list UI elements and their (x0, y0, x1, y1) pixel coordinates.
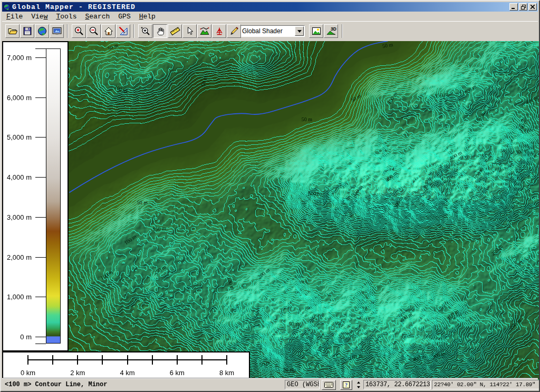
restore-button[interactable] (519, 3, 527, 11)
legend-label: 3,000 m (7, 213, 32, 221)
select-tool-icon (185, 26, 195, 36)
map-view[interactable] (69, 41, 540, 380)
legend-label: 1,000 m (7, 293, 32, 301)
zoom-in-button[interactable] (72, 24, 86, 38)
screen-capture-icon (52, 26, 62, 36)
digitizer-icon (229, 26, 239, 36)
legend-tick (35, 217, 46, 218)
legend-tick (35, 177, 46, 178)
measure-tool-button[interactable] (168, 24, 182, 38)
path-profile-button[interactable] (197, 24, 211, 38)
menu-item-tools[interactable]: Tools (52, 12, 81, 21)
elevation-gradient-bar (46, 48, 61, 344)
toolbar-separator (342, 24, 343, 38)
open-button[interactable] (5, 24, 20, 38)
window-title: Global Mapper - REGISTERED (12, 3, 136, 11)
projection-status: GEO (WGS84 (285, 380, 320, 389)
shader-dropdown-button[interactable] (295, 26, 304, 36)
select-tool-button[interactable] (182, 24, 197, 38)
app-globe-icon (3, 3, 11, 11)
toolbar-separator (67, 24, 68, 38)
scale-tick (27, 355, 28, 365)
help-icon: ? (343, 381, 350, 388)
spinner-down-icon[interactable] (357, 386, 360, 388)
menu-item-file[interactable]: File (2, 12, 27, 21)
legend-tick (35, 297, 46, 297)
close-icon (531, 5, 535, 9)
scale-tick (127, 355, 128, 365)
legend-label: 6,000 m (7, 94, 32, 102)
path-profile-icon (199, 26, 210, 36)
keyboard-icon (324, 382, 333, 388)
scale-tick (52, 355, 53, 365)
menu-item-help[interactable]: Help (135, 12, 160, 21)
zoom-in-icon (74, 26, 84, 36)
cursor-latlon: 22?40' 02.00" N, 114?22' 17.89" E (432, 380, 540, 389)
minimize-button[interactable] (509, 3, 518, 11)
legend-tick (35, 57, 46, 58)
help-button[interactable]: ? (340, 380, 352, 390)
coordinate-spinner[interactable] (355, 380, 362, 389)
scale-label: 2 km (70, 369, 85, 377)
elevation-legend: 7,000 m6,000 m5,000 m4,000 m3,000 m2,000… (2, 41, 69, 351)
scale-label: 4 km (120, 369, 134, 377)
zoom-out-button[interactable] (86, 24, 101, 38)
legend-tick (35, 337, 46, 337)
zoom-tool-button[interactable] (138, 24, 152, 38)
shader-select-value: Global Shader (240, 27, 294, 35)
globe-button[interactable] (35, 24, 49, 38)
statusbar: <100 m> Contour Line, Minor GEO (WGS84 ?… (2, 378, 538, 390)
menubar: FileViewToolsSearchGPSHelp (2, 12, 538, 21)
svg-text:?: ? (345, 382, 348, 388)
legend-tick (35, 137, 46, 138)
save-button[interactable] (20, 24, 34, 38)
legend-tick (35, 97, 46, 98)
screen-capture-button[interactable] (50, 24, 64, 38)
setsquare-pencil-button[interactable] (116, 24, 130, 38)
scale-label: 8 km (219, 369, 234, 377)
legend-label: 0 m (20, 333, 32, 341)
scale-tick (77, 355, 78, 365)
legend-end-tick (35, 344, 46, 344)
digitizer-button[interactable] (227, 24, 241, 38)
scale-tick (102, 355, 103, 365)
close-button[interactable] (528, 3, 537, 11)
legend-label: 4,000 m (7, 173, 32, 181)
home-icon (103, 26, 114, 36)
feature-status-text: <100 m> Contour Line, Minor (3, 380, 283, 389)
cursor-coordinates: 163737, 22.66722137 ) (363, 380, 431, 389)
legend-end-tick (35, 48, 46, 49)
chevron-down-icon (297, 30, 302, 33)
global-mapper-window: Global Mapper - REGISTERED FileViewTools… (0, 0, 540, 392)
save-icon (22, 26, 33, 36)
setsquare-pencil-icon (118, 26, 129, 36)
menu-item-search[interactable]: Search (81, 12, 114, 21)
coordinate-format-button[interactable] (322, 380, 336, 390)
legend-label: 5,000 m (7, 133, 32, 141)
shader-select[interactable]: Global Shader (239, 25, 305, 37)
toolbar-separator (133, 24, 134, 38)
menu-item-view[interactable]: View (27, 12, 52, 21)
pan-tool-button[interactable] (153, 24, 167, 38)
viewshed-button[interactable] (212, 24, 226, 38)
raster-image-button[interactable] (309, 24, 323, 38)
scale-tick (152, 355, 153, 365)
minimize-icon (512, 5, 516, 9)
scale-bar: 0 km2 km4 km6 km8 km (2, 351, 250, 380)
viewshed-icon (214, 26, 225, 36)
3d-view-button[interactable]: 3D (324, 24, 338, 38)
menu-item-gps[interactable]: GPS (114, 12, 134, 21)
legend-tick (35, 257, 46, 258)
scale-tick (226, 355, 227, 365)
toolbar: Global Shader 3D (2, 21, 538, 41)
home-button[interactable] (101, 24, 115, 38)
scale-label: 6 km (170, 369, 185, 377)
spinner-up-icon[interactable] (357, 381, 360, 384)
3d-view-icon: 3D (326, 26, 336, 36)
raster-image-icon (311, 26, 322, 36)
legend-label: 7,000 m (7, 54, 32, 62)
svg-text:3D: 3D (331, 26, 336, 32)
pan-tool-icon (155, 26, 166, 36)
titlebar[interactable]: Global Mapper - REGISTERED (2, 2, 538, 12)
scale-label: 0 km (21, 369, 35, 377)
